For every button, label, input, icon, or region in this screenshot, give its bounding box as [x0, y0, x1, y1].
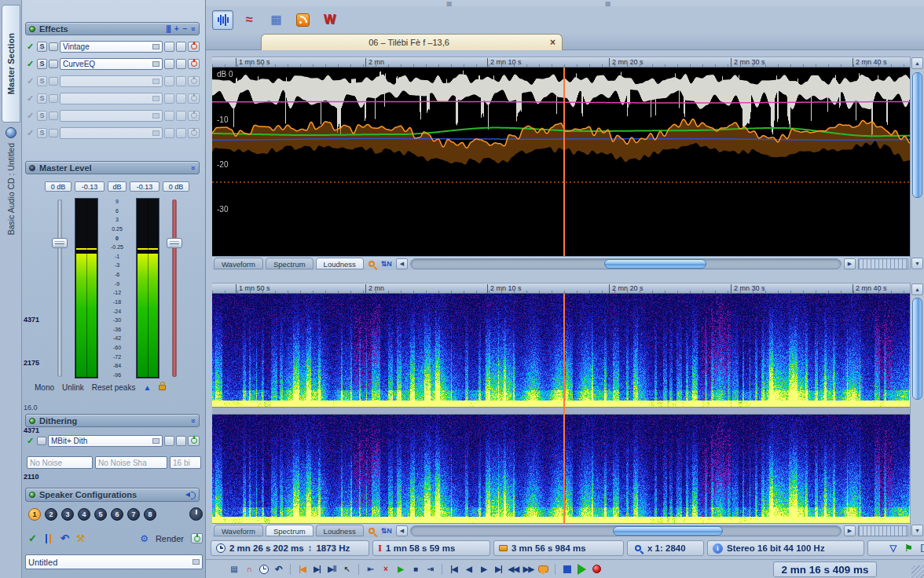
speaker-config-8[interactable]: 8: [144, 508, 156, 521]
document-tab[interactable]: 06 – Tilébi Fè f –13,6 ×: [261, 34, 563, 50]
zoom-ruler-widget[interactable]: [858, 525, 908, 536]
master-level-header[interactable]: Master Level «: [25, 161, 200, 174]
preset-button[interactable]: [164, 111, 174, 121]
preset-button[interactable]: [164, 128, 174, 138]
effect-plugin-field[interactable]: [60, 75, 163, 87]
nav-end-icon[interactable]: ▶|: [493, 562, 504, 576]
render-gear-icon[interactable]: ⚙: [140, 533, 148, 544]
effect-enable-icon[interactable]: ✓: [25, 76, 35, 86]
preset-button[interactable]: [164, 93, 174, 104]
marker-flag-icon[interactable]: ⚑: [904, 543, 912, 554]
selection-length-box[interactable]: 3 mn 56 s 984 ms: [493, 540, 624, 556]
unlink-button[interactable]: Unlink: [62, 383, 84, 392]
effect-solo-button[interactable]: S: [37, 59, 47, 69]
marker-skip-icon[interactable]: ⇥: [424, 562, 436, 576]
nav-start-icon[interactable]: |◀: [448, 562, 460, 576]
dither-plugin-field[interactable]: MBit+ Dith: [48, 435, 163, 447]
scroll-left-icon[interactable]: ◀: [396, 525, 408, 536]
plugin-menu-icon[interactable]: [152, 79, 160, 84]
master-power-button[interactable]: [191, 533, 203, 543]
fader-left-value[interactable]: 0 dB: [45, 181, 72, 192]
dither-shaping-select[interactable]: No Noise Sha: [95, 456, 167, 469]
peak-left-value[interactable]: -0.13: [75, 181, 104, 192]
effect-solo-button[interactable]: S: [37, 76, 47, 86]
lower-time-ruler[interactable]: 1 mn 50 s 2 mn 2 mn 10 s 2 mn 20 s 2 mn …: [212, 283, 910, 294]
wavelab-logo-icon[interactable]: W: [319, 10, 340, 30]
audio-cd-icon[interactable]: [6, 127, 16, 138]
jump-back-icon[interactable]: ↶: [273, 562, 284, 576]
bypass-button[interactable]: [176, 42, 186, 52]
dither-enable-icon[interactable]: ✓: [25, 436, 35, 446]
preset-button[interactable]: [164, 436, 174, 446]
stop-button[interactable]: [561, 562, 573, 576]
effect-enable-icon[interactable]: ✓: [25, 93, 35, 104]
tab-loudness[interactable]: Loudness: [316, 258, 364, 269]
preset-name-field[interactable]: Untitled: [25, 554, 203, 569]
zoom-ruler-widget[interactable]: [858, 258, 908, 269]
scroll-up-icon[interactable]: ▲: [911, 284, 923, 295]
monitor-dial-icon[interactable]: [189, 507, 203, 521]
dither-power-button[interactable]: [188, 436, 200, 446]
scroll-down-icon[interactable]: ▼: [911, 525, 923, 536]
columns-icon[interactable]: [921, 544, 924, 552]
plugin-menu-icon[interactable]: [152, 61, 160, 67]
speaker-config-2[interactable]: 2: [45, 508, 57, 521]
marker-prev-icon[interactable]: ⇤: [365, 562, 376, 576]
remove-effect-icon[interactable]: −: [183, 25, 188, 33]
mixer-icon[interactable]: [44, 534, 53, 543]
preset-menu-icon[interactable]: [192, 559, 200, 565]
collapse-effects-icon[interactable]: «: [189, 27, 197, 31]
audio-format-box[interactable]: i Stereo 16 bit 44 100 Hz: [707, 540, 864, 556]
fader-thumb[interactable]: [52, 238, 68, 248]
close-tab-icon[interactable]: ×: [550, 37, 556, 48]
play-pause-icon[interactable]: ▶‖: [326, 562, 338, 576]
upper-time-ruler[interactable]: 1 mn 50 s 2 mn 2 mn 10 s 2 mn 20 s 2 mn …: [212, 57, 910, 68]
effect-power-button[interactable]: [188, 128, 200, 138]
auto-zoom-icon[interactable]: ⇅N: [381, 260, 392, 268]
nav-next-icon[interactable]: ▶: [478, 562, 490, 576]
speaker-config-7[interactable]: 7: [127, 508, 140, 521]
render-button[interactable]: Render: [156, 534, 184, 543]
preset-button[interactable]: [164, 42, 174, 52]
effect-power-button[interactable]: [188, 111, 200, 121]
speaker-config-1[interactable]: 1: [28, 508, 41, 521]
bypass-button[interactable]: [176, 128, 186, 138]
master-section-tab[interactable]: Master Section: [2, 5, 20, 123]
time-format-icon[interactable]: [258, 562, 270, 576]
snap-magnet-icon[interactable]: ∩: [243, 562, 255, 576]
filter-icon[interactable]: ▽: [889, 543, 896, 554]
tab-waveform[interactable]: Waveform: [214, 258, 263, 269]
effect-power-button[interactable]: [188, 76, 200, 86]
play-button[interactable]: [576, 562, 588, 576]
scroll-up-icon[interactable]: ▲: [911, 57, 923, 69]
effect-plugin-field[interactable]: [60, 127, 163, 139]
plugin-menu-icon[interactable]: [152, 438, 160, 444]
podcast-icon[interactable]: [292, 10, 314, 30]
tab-loudness[interactable]: Loudness: [316, 525, 364, 536]
render-doc-icon[interactable]: ▤: [228, 562, 240, 576]
cursor-position-box[interactable]: 2 mn 26 s 202 ms ↕ 1873 Hz: [211, 540, 369, 556]
preset-button[interactable]: [164, 76, 174, 86]
spectrum-tool-icon[interactable]: ≈: [239, 10, 260, 30]
scrollbar-thumb[interactable]: [613, 526, 723, 536]
play-from-start-icon[interactable]: |◀: [296, 562, 308, 576]
effect-enable-icon[interactable]: ✓: [25, 42, 35, 52]
play-to-cursor-icon[interactable]: ▶|: [311, 562, 323, 576]
spectrogram-display[interactable]: [212, 294, 910, 523]
wave-edit-button[interactable]: [212, 10, 233, 30]
scroll-right-icon[interactable]: ▶: [844, 258, 856, 269]
collapse-master-level-icon[interactable]: «: [189, 166, 197, 170]
master-fader-right[interactable]: [166, 198, 183, 379]
auto-zoom-icon[interactable]: ⇅N: [381, 527, 392, 535]
horizontal-scrollbar[interactable]: [410, 525, 842, 536]
apply-check-icon[interactable]: ✓: [28, 532, 37, 544]
record-button[interactable]: [591, 562, 603, 576]
speaker-config-5[interactable]: 5: [94, 508, 107, 521]
bypass-button[interactable]: [176, 59, 186, 69]
speaker-config-4[interactable]: 4: [78, 508, 90, 521]
speaker-config-6[interactable]: 6: [111, 508, 123, 521]
effect-enable-icon[interactable]: ✓: [25, 59, 35, 69]
speaker-config-header[interactable]: Speaker Configurations: [25, 488, 200, 502]
dithering-header[interactable]: Dithering «: [25, 414, 200, 427]
fast-forward-icon[interactable]: ▶▶: [522, 562, 534, 576]
